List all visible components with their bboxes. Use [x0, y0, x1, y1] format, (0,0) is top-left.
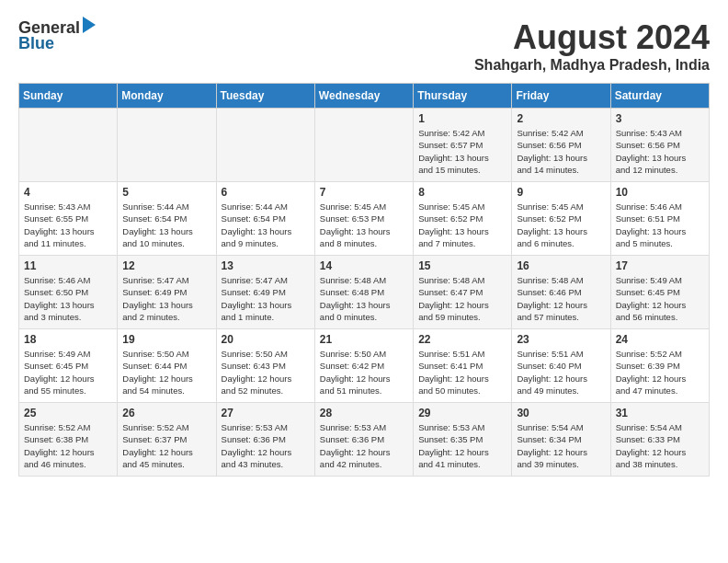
col-friday: Friday	[512, 84, 610, 109]
day-number: 21	[320, 333, 408, 346]
day-number: 3	[616, 112, 704, 125]
calendar-cell-w1-d0	[19, 109, 118, 182]
day-number: 7	[320, 186, 408, 199]
calendar-cell-w4-d0: 18Sunrise: 5:49 AMSunset: 6:45 PMDayligh…	[19, 329, 118, 403]
calendar-cell-w3-d1: 12Sunrise: 5:47 AMSunset: 6:49 PMDayligh…	[118, 256, 216, 329]
calendar-cell-w3-d2: 13Sunrise: 5:47 AMSunset: 6:49 PMDayligh…	[216, 256, 314, 329]
day-info: Sunrise: 5:44 AMSunset: 6:54 PMDaylight:…	[222, 201, 310, 249]
month-year-title: August 2024	[474, 18, 710, 57]
day-info: Sunrise: 5:48 AMSunset: 6:48 PMDaylight:…	[320, 274, 408, 323]
day-number: 12	[122, 259, 210, 272]
header: General Blue August 2024 Shahgarh, Madhy…	[18, 18, 710, 74]
day-info: Sunrise: 5:54 AMSunset: 6:34 PMDaylight:…	[517, 421, 605, 470]
calendar-cell-w4-d4: 22Sunrise: 5:51 AMSunset: 6:41 PMDayligh…	[414, 329, 512, 403]
logo-triangle-icon	[83, 17, 96, 37]
day-info: Sunrise: 5:52 AMSunset: 6:38 PMDaylight:…	[24, 421, 112, 470]
location-subtitle: Shahgarh, Madhya Pradesh, India	[474, 57, 710, 74]
day-number: 27	[222, 407, 310, 419]
calendar-cell-w3-d0: 11Sunrise: 5:46 AMSunset: 6:50 PMDayligh…	[19, 256, 118, 329]
day-info: Sunrise: 5:46 AMSunset: 6:50 PMDaylight:…	[24, 274, 112, 323]
day-info: Sunrise: 5:46 AMSunset: 6:51 PMDaylight:…	[616, 201, 704, 249]
calendar-week-2: 4Sunrise: 5:43 AMSunset: 6:55 PMDaylight…	[19, 182, 710, 256]
day-info: Sunrise: 5:49 AMSunset: 6:45 PMDaylight:…	[616, 274, 704, 323]
day-info: Sunrise: 5:45 AMSunset: 6:53 PMDaylight:…	[320, 201, 408, 249]
day-number: 1	[418, 112, 506, 125]
day-number: 31	[616, 407, 704, 419]
calendar-week-5: 25Sunrise: 5:52 AMSunset: 6:38 PMDayligh…	[19, 403, 710, 477]
calendar-cell-w5-d2: 27Sunrise: 5:53 AMSunset: 6:36 PMDayligh…	[216, 403, 314, 477]
day-info: Sunrise: 5:54 AMSunset: 6:33 PMDaylight:…	[616, 421, 704, 470]
calendar-cell-w1-d3	[314, 109, 413, 182]
day-info: Sunrise: 5:53 AMSunset: 6:35 PMDaylight:…	[418, 421, 506, 470]
calendar-header-row: Sunday Monday Tuesday Wednesday Thursday…	[19, 84, 710, 109]
day-number: 26	[122, 407, 210, 419]
day-info: Sunrise: 5:52 AMSunset: 6:37 PMDaylight:…	[122, 421, 210, 470]
calendar-cell-w1-d6: 3Sunrise: 5:43 AMSunset: 6:56 PMDaylight…	[610, 109, 709, 182]
col-sunday: Sunday	[19, 84, 118, 109]
calendar-cell-w1-d1	[118, 109, 216, 182]
day-number: 14	[320, 259, 408, 272]
day-info: Sunrise: 5:45 AMSunset: 6:52 PMDaylight:…	[418, 201, 506, 249]
day-number: 29	[418, 407, 506, 419]
calendar-week-4: 18Sunrise: 5:49 AMSunset: 6:45 PMDayligh…	[19, 329, 710, 403]
day-number: 5	[122, 186, 210, 199]
calendar-cell-w2-d5: 9Sunrise: 5:45 AMSunset: 6:52 PMDaylight…	[512, 182, 610, 256]
calendar-cell-w4-d5: 23Sunrise: 5:51 AMSunset: 6:40 PMDayligh…	[512, 329, 610, 403]
calendar-cell-w2-d1: 5Sunrise: 5:44 AMSunset: 6:54 PMDaylight…	[118, 182, 216, 256]
calendar-cell-w5-d4: 29Sunrise: 5:53 AMSunset: 6:35 PMDayligh…	[414, 403, 512, 477]
day-info: Sunrise: 5:43 AMSunset: 6:55 PMDaylight:…	[24, 201, 112, 249]
day-info: Sunrise: 5:51 AMSunset: 6:40 PMDaylight:…	[517, 348, 605, 396]
day-info: Sunrise: 5:52 AMSunset: 6:39 PMDaylight:…	[616, 348, 704, 396]
day-info: Sunrise: 5:50 AMSunset: 6:43 PMDaylight:…	[222, 348, 310, 396]
day-number: 16	[517, 259, 605, 272]
day-number: 13	[222, 259, 310, 272]
day-number: 30	[517, 407, 605, 419]
day-number: 9	[517, 186, 605, 199]
title-area: August 2024 Shahgarh, Madhya Pradesh, In…	[474, 18, 710, 74]
day-number: 28	[320, 407, 408, 419]
calendar-table: Sunday Monday Tuesday Wednesday Thursday…	[18, 83, 710, 477]
calendar-cell-w4-d6: 24Sunrise: 5:52 AMSunset: 6:39 PMDayligh…	[610, 329, 709, 403]
day-number: 20	[222, 333, 310, 346]
day-number: 17	[616, 259, 704, 272]
day-number: 15	[418, 259, 506, 272]
day-number: 18	[24, 333, 112, 346]
calendar-cell-w5-d5: 30Sunrise: 5:54 AMSunset: 6:34 PMDayligh…	[512, 403, 610, 477]
day-info: Sunrise: 5:42 AMSunset: 6:56 PMDaylight:…	[517, 127, 605, 176]
day-info: Sunrise: 5:51 AMSunset: 6:41 PMDaylight:…	[418, 348, 506, 396]
day-number: 22	[418, 333, 506, 346]
calendar-cell-w1-d4: 1Sunrise: 5:42 AMSunset: 6:57 PMDaylight…	[414, 109, 512, 182]
col-thursday: Thursday	[414, 84, 512, 109]
day-info: Sunrise: 5:45 AMSunset: 6:52 PMDaylight:…	[517, 201, 605, 249]
day-number: 6	[222, 186, 310, 199]
logo: General Blue	[18, 18, 96, 53]
calendar-cell-w5-d1: 26Sunrise: 5:52 AMSunset: 6:37 PMDayligh…	[118, 403, 216, 477]
calendar-cell-w2-d0: 4Sunrise: 5:43 AMSunset: 6:55 PMDaylight…	[19, 182, 118, 256]
day-number: 10	[616, 186, 704, 199]
day-number: 23	[517, 333, 605, 346]
day-info: Sunrise: 5:42 AMSunset: 6:57 PMDaylight:…	[418, 127, 506, 176]
calendar-cell-w3-d6: 17Sunrise: 5:49 AMSunset: 6:45 PMDayligh…	[610, 256, 709, 329]
col-tuesday: Tuesday	[216, 84, 314, 109]
day-info: Sunrise: 5:53 AMSunset: 6:36 PMDaylight:…	[222, 421, 310, 470]
day-number: 19	[122, 333, 210, 346]
svg-marker-0	[83, 17, 96, 33]
day-info: Sunrise: 5:48 AMSunset: 6:47 PMDaylight:…	[418, 274, 506, 323]
day-info: Sunrise: 5:43 AMSunset: 6:56 PMDaylight:…	[616, 127, 704, 176]
day-info: Sunrise: 5:47 AMSunset: 6:49 PMDaylight:…	[222, 274, 310, 323]
calendar-cell-w3-d3: 14Sunrise: 5:48 AMSunset: 6:48 PMDayligh…	[314, 256, 413, 329]
day-info: Sunrise: 5:44 AMSunset: 6:54 PMDaylight:…	[122, 201, 210, 249]
calendar-cell-w2-d3: 7Sunrise: 5:45 AMSunset: 6:53 PMDaylight…	[314, 182, 413, 256]
calendar-cell-w3-d4: 15Sunrise: 5:48 AMSunset: 6:47 PMDayligh…	[414, 256, 512, 329]
col-wednesday: Wednesday	[314, 84, 413, 109]
day-info: Sunrise: 5:48 AMSunset: 6:46 PMDaylight:…	[517, 274, 605, 323]
col-monday: Monday	[118, 84, 216, 109]
day-number: 8	[418, 186, 506, 199]
day-number: 25	[24, 407, 112, 419]
calendar-cell-w5-d3: 28Sunrise: 5:53 AMSunset: 6:36 PMDayligh…	[314, 403, 413, 477]
day-info: Sunrise: 5:50 AMSunset: 6:44 PMDaylight:…	[122, 348, 210, 396]
logo-blue-text: Blue	[18, 34, 54, 53]
day-number: 24	[616, 333, 704, 346]
calendar-week-3: 11Sunrise: 5:46 AMSunset: 6:50 PMDayligh…	[19, 256, 710, 329]
col-saturday: Saturday	[610, 84, 709, 109]
